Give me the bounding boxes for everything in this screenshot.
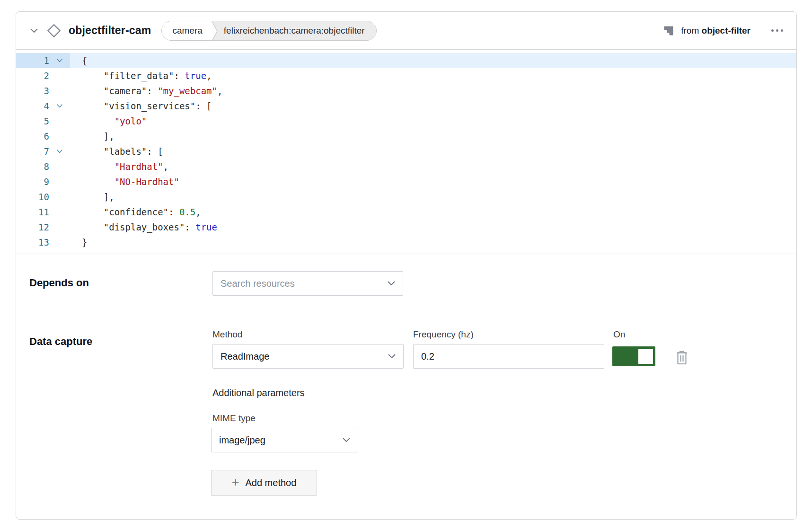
code-text: "camera": "my_webcam", — [70, 83, 222, 98]
code-line[interactable]: 9 "NO-Hardhat" — [16, 174, 796, 189]
fold-spacer — [49, 235, 70, 250]
fold-spacer — [49, 159, 70, 174]
code-line[interactable]: 12 "display_boxes": true — [16, 220, 796, 235]
code-text: } — [70, 235, 87, 250]
toggle-knob — [638, 349, 653, 364]
data-capture-section: Data capture Method ReadImage Frequency … — [16, 313, 796, 513]
plus-icon: + — [232, 476, 239, 489]
line-number: 12 — [16, 220, 49, 235]
frequency-input[interactable] — [413, 344, 604, 369]
code-text: ], — [70, 189, 115, 204]
code-line[interactable]: 10 ], — [16, 189, 796, 204]
on-label: On — [613, 329, 688, 340]
line-number: 1 — [16, 53, 49, 68]
fold-spacer — [49, 114, 70, 129]
fold-spacer — [49, 174, 70, 189]
data-capture-title: Data capture — [29, 336, 212, 496]
resource-model-badge: felixreichenbach:camera:objectfilter — [218, 21, 376, 40]
method-value: ReadImage — [221, 351, 269, 362]
editor-gutter: 3 — [16, 83, 70, 98]
code-line[interactable]: 8 "Hardhat", — [16, 159, 796, 174]
method-select[interactable]: ReadImage — [212, 344, 404, 369]
code-line[interactable]: 6 ], — [16, 129, 796, 144]
code-text: "confidence": 0.5, — [70, 204, 201, 220]
editor-gutter: 7 — [16, 144, 70, 159]
mime-type-label: MIME type — [212, 413, 783, 424]
mime-type-value: image/jpeg — [219, 435, 265, 446]
depends-on-section: Depends on Search resources — [16, 254, 796, 313]
fold-spacer — [49, 189, 70, 204]
code-line[interactable]: 4 "vision_services": [ — [16, 98, 796, 114]
add-method-label: Add method — [245, 477, 296, 488]
module-icon — [663, 25, 674, 36]
code-line[interactable]: 3 "camera": "my_webcam", — [16, 83, 796, 98]
camera-resource-diamond-icon — [46, 23, 62, 39]
capture-on-toggle[interactable] — [612, 346, 655, 366]
from-word: from — [681, 26, 699, 35]
editor-gutter: 6 — [16, 129, 70, 144]
resource-type-model-badge: camera felixreichenbach:camera:objectfil… — [161, 21, 376, 41]
code-line[interactable]: 7 "labels": [ — [16, 144, 796, 159]
code-text: "labels": [ — [70, 144, 163, 159]
more-options-button[interactable] — [770, 26, 784, 35]
additional-parameters-label: Additional parameters — [212, 388, 783, 398]
collapse-chevron-icon[interactable] — [28, 28, 40, 33]
resource-title: objectfilter-cam — [69, 24, 151, 37]
chevron-down-icon — [388, 354, 396, 359]
line-number: 7 — [16, 144, 49, 159]
method-label: Method — [212, 329, 404, 340]
add-method-button[interactable]: + Add method — [211, 470, 317, 496]
code-text: ], — [70, 129, 115, 144]
frequency-label: Frequency (hz) — [413, 329, 604, 340]
line-number: 8 — [16, 159, 49, 174]
trash-icon — [676, 351, 688, 365]
json-code-editor[interactable]: 1{2 "filter_data": true,3 "camera": "my_… — [16, 50, 796, 254]
fold-spacer — [49, 68, 70, 83]
resource-card: objectfilter-cam camera felixreichenbach… — [16, 11, 797, 520]
delete-method-button[interactable] — [676, 351, 688, 365]
code-line[interactable]: 13} — [16, 235, 796, 250]
code-text: "yolo" — [70, 114, 147, 129]
breadcrumb-chevron-icon — [210, 21, 218, 41]
line-number: 6 — [16, 129, 49, 144]
editor-gutter: 5 — [16, 114, 70, 129]
editor-gutter: 9 — [16, 174, 70, 189]
fold-chevron-icon[interactable] — [49, 98, 70, 114]
line-number: 9 — [16, 174, 49, 189]
fold-spacer — [49, 83, 70, 98]
editor-gutter: 12 — [16, 220, 70, 235]
code-line[interactable]: 1{ — [16, 53, 796, 68]
module-source-name: object-filter — [702, 26, 750, 35]
resource-type-badge: camera — [162, 21, 210, 40]
code-line[interactable]: 11 "confidence": 0.5, — [16, 204, 796, 220]
resource-header: objectfilter-cam camera felixreichenbach… — [16, 12, 796, 50]
resource-search-select[interactable]: Search resources — [212, 271, 403, 296]
editor-gutter: 10 — [16, 189, 70, 204]
search-placeholder: Search resources — [221, 278, 295, 289]
line-number: 3 — [16, 83, 49, 98]
editor-gutter: 1 — [16, 53, 70, 68]
editor-gutter: 13 — [16, 235, 70, 250]
code-text: "vision_services": [ — [70, 98, 212, 114]
chevron-down-icon — [343, 438, 350, 442]
fold-spacer — [49, 220, 70, 235]
capture-method-row: Method ReadImage Frequency (hz) On — [212, 329, 783, 369]
code-text: "NO-Hardhat" — [70, 174, 179, 189]
chevron-down-icon — [388, 281, 395, 286]
line-number: 2 — [16, 68, 49, 83]
fold-spacer — [49, 204, 70, 220]
editor-gutter: 8 — [16, 159, 70, 174]
editor-gutter: 4 — [16, 98, 70, 114]
module-source-label: from object-filter — [681, 26, 750, 36]
line-number: 10 — [16, 189, 49, 204]
mime-type-select[interactable]: image/jpeg — [211, 428, 358, 452]
depends-on-title: Depends on — [29, 277, 212, 296]
fold-chevron-icon[interactable] — [49, 144, 70, 159]
fold-chevron-icon[interactable] — [49, 53, 70, 68]
line-number: 5 — [16, 114, 49, 129]
code-line[interactable]: 2 "filter_data": true, — [16, 68, 796, 83]
code-line[interactable]: 5 "yolo" — [16, 114, 796, 129]
line-number: 13 — [16, 235, 49, 250]
header-right-group: from object-filter — [663, 25, 784, 36]
editor-gutter: 11 — [16, 204, 70, 220]
